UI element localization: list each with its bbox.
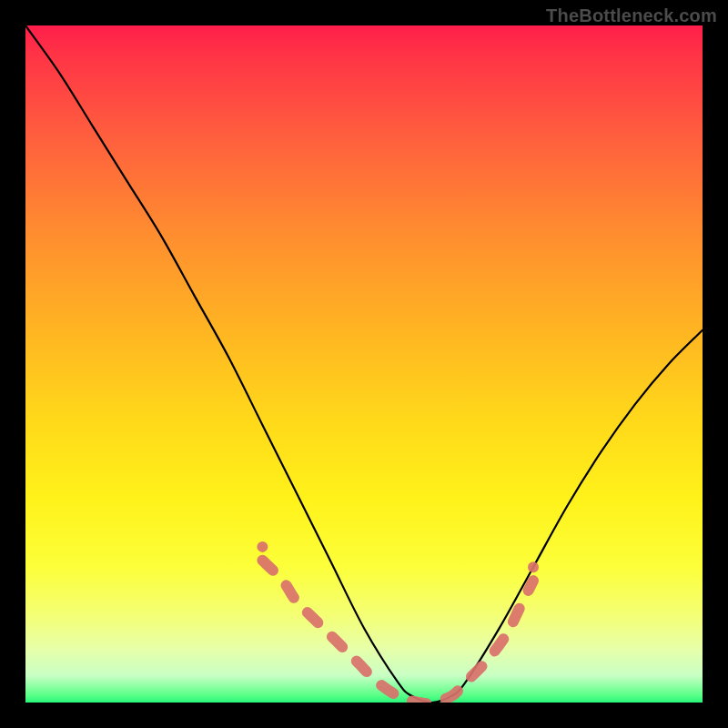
svg-point-1: [528, 561, 539, 572]
chart-frame: TheBottleneck.com: [0, 0, 728, 728]
curve-layer: [25, 25, 703, 703]
plot-area: [25, 25, 703, 703]
source-watermark: TheBottleneck.com: [546, 5, 717, 26]
svg-point-0: [257, 541, 268, 552]
dotted-lower-band: [257, 541, 539, 703]
bottleneck-curve: [25, 25, 703, 703]
